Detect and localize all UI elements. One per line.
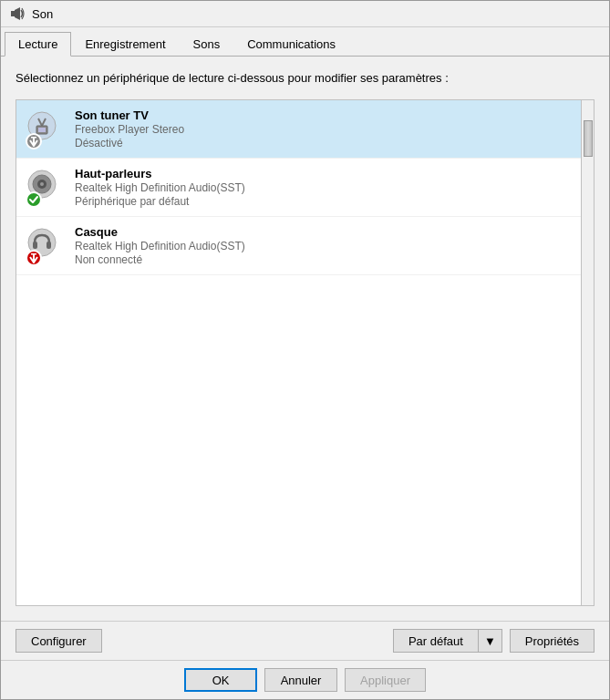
- tab-lecture[interactable]: Lecture: [5, 32, 71, 57]
- titlebar: Son: [1, 1, 609, 27]
- sound-icon: [10, 6, 25, 21]
- speakers-status: Périphérique par défaut: [75, 195, 245, 208]
- description-text: Sélectionnez un périphérique de lecture …: [16, 71, 594, 85]
- device-item-headphones[interactable]: Casque Realtek High Definition Audio(SST…: [16, 217, 594, 275]
- speakers-name: Haut-parleurs: [75, 167, 245, 180]
- device-item-speakers[interactable]: Haut-parleurs Realtek High Definition Au…: [16, 159, 594, 217]
- svg-rect-6: [38, 128, 46, 132]
- bottom-buttons: Configurer Par défaut ▼ Propriétés: [1, 621, 609, 660]
- dialog-buttons: OK Annuler Appliquer: [1, 660, 609, 699]
- device-item-tv-tuner[interactable]: Son tuner TV Freebox Player Stereo Désac…: [16, 100, 594, 159]
- par-defaut-dropdown[interactable]: ▼: [478, 629, 502, 653]
- tab-bar: Lecture Enregistrement Sons Communicatio…: [1, 27, 609, 57]
- default-button-group: Par défaut ▼: [393, 629, 502, 653]
- headphones-info: Casque Realtek High Definition Audio(SST…: [75, 225, 245, 266]
- speakers-status-icon: [26, 191, 42, 208]
- headphones-name: Casque: [75, 225, 245, 239]
- tab-enregistrement[interactable]: Enregistrement: [71, 32, 179, 57]
- tv-tuner-info: Son tuner TV Freebox Player Stereo Désac…: [75, 108, 184, 149]
- par-defaut-button[interactable]: Par défaut: [393, 629, 478, 653]
- device-list[interactable]: Son tuner TV Freebox Player Stereo Désac…: [16, 99, 594, 606]
- tv-tuner-status: Désactivé: [75, 137, 184, 149]
- main-content: Sélectionnez un périphérique de lecture …: [1, 57, 609, 621]
- headphones-icon-wrapper: [26, 226, 66, 266]
- apply-button[interactable]: Appliquer: [345, 668, 426, 692]
- scrollbar-track[interactable]: [581, 100, 594, 605]
- proprietes-button[interactable]: Propriétés: [510, 629, 594, 653]
- sound-dialog: Son Lecture Enregistrement Sons Communic…: [0, 0, 610, 700]
- svg-rect-7: [31, 137, 36, 139]
- tv-tuner-icon-wrapper: [26, 109, 66, 149]
- tab-sons[interactable]: Sons: [180, 32, 234, 57]
- speakers-icon-wrapper: [26, 168, 66, 208]
- svg-rect-15: [31, 253, 36, 255]
- window-title: Son: [32, 7, 53, 21]
- speakers-driver: Realtek High Definition Audio(SST): [75, 181, 245, 194]
- svg-point-11: [40, 182, 44, 186]
- tv-tuner-name: Son tuner TV: [75, 108, 184, 122]
- headphones-status: Non connecté: [75, 253, 245, 266]
- headphones-status-icon: [26, 250, 42, 266]
- speakers-info: Haut-parleurs Realtek High Definition Au…: [75, 167, 245, 208]
- svg-marker-1: [15, 7, 20, 20]
- svg-rect-0: [11, 11, 15, 16]
- cancel-button[interactable]: Annuler: [264, 668, 337, 692]
- svg-rect-13: [33, 242, 37, 249]
- tv-tuner-driver: Freebox Player Stereo: [75, 123, 184, 136]
- tab-communications[interactable]: Communications: [233, 32, 349, 57]
- ok-button[interactable]: OK: [184, 668, 257, 692]
- chevron-down-icon: ▼: [484, 634, 496, 648]
- tv-tuner-status-icon: [26, 133, 42, 149]
- configure-button[interactable]: Configurer: [16, 629, 102, 653]
- svg-rect-14: [47, 242, 51, 249]
- headphones-driver: Realtek High Definition Audio(SST): [75, 240, 245, 252]
- scrollbar-thumb[interactable]: [584, 120, 593, 157]
